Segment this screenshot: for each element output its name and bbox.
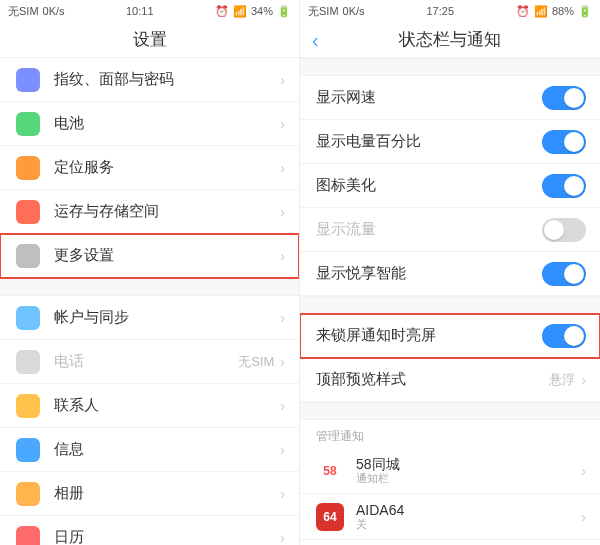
battery-text: 34% bbox=[251, 5, 273, 17]
battery-text: 88% bbox=[552, 5, 574, 17]
toggle-switch[interactable] bbox=[542, 130, 586, 154]
row-label: 显示悦享智能 bbox=[316, 264, 542, 283]
row-label: 显示电量百分比 bbox=[316, 132, 542, 151]
page-title: 状态栏与通知 bbox=[399, 28, 501, 51]
row-label: 显示流量 bbox=[316, 220, 542, 239]
net-speed: 0K/s bbox=[343, 5, 365, 17]
toggle-row[interactable]: 显示流量 bbox=[300, 208, 600, 252]
settings-screen: 无SIM 0K/s 10:11 ⏰ 📶 34% 🔋 设置 指纹、面部与密码›电池… bbox=[0, 0, 300, 545]
row-label: 电话 bbox=[54, 352, 238, 371]
settings-row[interactable]: 指纹、面部与密码› bbox=[0, 58, 299, 102]
app-sub: 关 bbox=[356, 518, 581, 531]
toggle-row[interactable]: 显示电量百分比 bbox=[300, 120, 600, 164]
chevron-right-icon: › bbox=[280, 310, 285, 326]
chevron-right-icon: › bbox=[280, 116, 285, 132]
net-speed: 0K/s bbox=[43, 5, 65, 17]
row-value: 无SIM bbox=[238, 353, 274, 371]
toggle-switch[interactable] bbox=[542, 262, 586, 286]
preview-style-row[interactable]: 顶部预览样式悬浮› bbox=[300, 358, 600, 402]
sim-status: 无SIM bbox=[308, 4, 339, 19]
chevron-right-icon: › bbox=[280, 530, 285, 546]
chevron-right-icon: › bbox=[581, 509, 586, 525]
row-icon bbox=[16, 482, 40, 506]
chevron-right-icon: › bbox=[581, 463, 586, 479]
toggle-switch[interactable] bbox=[542, 86, 586, 110]
row-label: 联系人 bbox=[54, 396, 280, 415]
toggle-row[interactable]: 显示网速 bbox=[300, 76, 600, 120]
wifi-icon: 📶 bbox=[233, 5, 247, 18]
app-notification-row[interactable]: Faceu激萌通知栏› bbox=[300, 540, 600, 545]
app-icon: 64 bbox=[316, 503, 344, 531]
row-label: 运存与存储空间 bbox=[54, 202, 280, 221]
toggle-row[interactable]: 来锁屏通知时亮屏 bbox=[300, 314, 600, 358]
settings-row[interactable]: 电话无SIM› bbox=[0, 340, 299, 384]
chevron-right-icon: › bbox=[280, 486, 285, 502]
row-icon bbox=[16, 350, 40, 374]
chevron-right-icon: › bbox=[581, 372, 586, 388]
settings-row[interactable]: 日历› bbox=[0, 516, 299, 545]
status-bar: 无SIM 0K/s 10:11 ⏰ 📶 34% 🔋 bbox=[0, 0, 299, 22]
page-title: 设置 bbox=[133, 28, 167, 51]
battery-icon: 🔋 bbox=[277, 5, 291, 18]
chevron-right-icon: › bbox=[280, 204, 285, 220]
settings-row[interactable]: 帐户与同步› bbox=[0, 296, 299, 340]
chevron-right-icon: › bbox=[280, 354, 285, 370]
statusbar-notification-screen: 无SIM 0K/s 17:25 ⏰ 📶 88% 🔋 ‹ 状态栏与通知 显示网速显… bbox=[300, 0, 600, 545]
clock: 10:11 bbox=[126, 5, 154, 17]
row-label: 指纹、面部与密码 bbox=[54, 70, 280, 89]
app-icon: 58 bbox=[316, 457, 344, 485]
row-label: 相册 bbox=[54, 484, 280, 503]
chevron-right-icon: › bbox=[280, 72, 285, 88]
app-notification-row[interactable]: 64AIDA64关› bbox=[300, 494, 600, 540]
title-bar: ‹ 状态栏与通知 bbox=[300, 22, 600, 58]
section-header: 管理通知 bbox=[300, 420, 600, 448]
chevron-right-icon: › bbox=[280, 398, 285, 414]
toggle-row[interactable]: 显示悦享智能 bbox=[300, 252, 600, 296]
toggle-switch[interactable] bbox=[542, 174, 586, 198]
battery-icon: 🔋 bbox=[578, 5, 592, 18]
row-icon bbox=[16, 200, 40, 224]
alarm-icon: ⏰ bbox=[215, 5, 229, 18]
app-sub: 通知栏 bbox=[356, 472, 581, 485]
row-label: 电池 bbox=[54, 114, 280, 133]
settings-row[interactable]: 电池› bbox=[0, 102, 299, 146]
settings-row[interactable]: 定位服务› bbox=[0, 146, 299, 190]
back-button[interactable]: ‹ bbox=[312, 30, 319, 50]
row-icon bbox=[16, 526, 40, 546]
row-icon bbox=[16, 306, 40, 330]
settings-row[interactable]: 相册› bbox=[0, 472, 299, 516]
toggle-row[interactable]: 图标美化 bbox=[300, 164, 600, 208]
status-bar: 无SIM 0K/s 17:25 ⏰ 📶 88% 🔋 bbox=[300, 0, 600, 22]
row-value: 悬浮 bbox=[549, 371, 575, 389]
settings-row[interactable]: 运存与存储空间› bbox=[0, 190, 299, 234]
alarm-icon: ⏰ bbox=[516, 5, 530, 18]
row-icon bbox=[16, 112, 40, 136]
chevron-right-icon: › bbox=[280, 248, 285, 264]
row-label: 信息 bbox=[54, 440, 280, 459]
sim-status: 无SIM bbox=[8, 4, 39, 19]
settings-row[interactable]: 更多设置› bbox=[0, 234, 299, 278]
toggle-switch[interactable] bbox=[542, 218, 586, 242]
row-label: 图标美化 bbox=[316, 176, 542, 195]
wifi-icon: 📶 bbox=[534, 5, 548, 18]
row-label: 来锁屏通知时亮屏 bbox=[316, 326, 542, 345]
chevron-right-icon: › bbox=[280, 442, 285, 458]
settings-row[interactable]: 信息› bbox=[0, 428, 299, 472]
row-label: 更多设置 bbox=[54, 246, 280, 265]
row-icon bbox=[16, 244, 40, 268]
row-label: 定位服务 bbox=[54, 158, 280, 177]
clock: 17:25 bbox=[427, 5, 455, 17]
chevron-right-icon: › bbox=[280, 160, 285, 176]
row-label: 日历 bbox=[54, 528, 280, 545]
title-bar: 设置 bbox=[0, 22, 299, 58]
app-notification-row[interactable]: 5858同城通知栏› bbox=[300, 448, 600, 494]
toggle-switch[interactable] bbox=[542, 324, 586, 348]
row-label: 显示网速 bbox=[316, 88, 542, 107]
app-name: AIDA64 bbox=[356, 502, 581, 519]
row-label: 帐户与同步 bbox=[54, 308, 280, 327]
notification-list: 显示网速显示电量百分比图标美化显示流量显示悦享智能来锁屏通知时亮屏顶部预览样式悬… bbox=[300, 58, 600, 545]
settings-list: 指纹、面部与密码›电池›定位服务›运存与存储空间›更多设置›帐户与同步›电话无S… bbox=[0, 58, 299, 545]
row-icon bbox=[16, 394, 40, 418]
settings-row[interactable]: 联系人› bbox=[0, 384, 299, 428]
app-name: 58同城 bbox=[356, 456, 581, 473]
